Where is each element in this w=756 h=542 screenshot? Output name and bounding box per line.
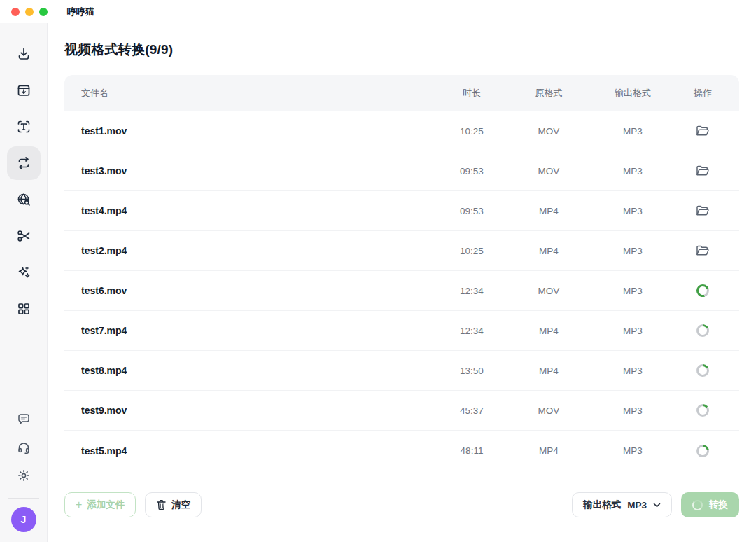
row-action — [675, 242, 731, 259]
progress-ring — [696, 404, 709, 417]
output-format-value: MP3 — [627, 500, 647, 510]
source-format: MOV — [507, 286, 591, 296]
row-action — [675, 445, 731, 457]
download-icon — [16, 46, 31, 62]
progress-ring — [696, 363, 710, 377]
grid-icon — [16, 301, 31, 317]
repeat-icon — [16, 155, 31, 171]
sidebar-item-settings[interactable] — [10, 463, 38, 488]
trash-icon — [156, 499, 167, 510]
output-format: MP3 — [591, 246, 675, 256]
source-format: MP4 — [507, 206, 591, 216]
main-content: 视频格式转换(9/9) 文件名时长原格式输出格式操作 test1.mov10:2… — [48, 23, 756, 542]
sidebar-item-text-recognition[interactable] — [7, 110, 41, 144]
progress-ring — [694, 282, 710, 298]
open-folder-icon — [695, 164, 710, 178]
source-format: MOV — [507, 166, 591, 176]
converting-spinner-icon — [692, 500, 703, 510]
clear-button[interactable]: 清空 — [145, 492, 202, 517]
footer-toolbar: + 添加文件 清空 输出格式 MP — [64, 471, 739, 542]
app-window: 哼哼猫 J 视频格式转换(9/9) 文件名时长原格式输出格式操作 test1.m… — [0, 0, 756, 542]
sidebar-item-support[interactable] — [10, 435, 38, 460]
sidebar-item-web-search[interactable] — [7, 183, 41, 216]
source-format: MOV — [507, 126, 591, 137]
output-format: MP3 — [591, 126, 675, 137]
sidebar-item-apps[interactable] — [7, 292, 41, 326]
file-duration: 12:34 — [437, 286, 507, 296]
conversion-table: 文件名时长原格式输出格式操作 test1.mov10:25MOVMP3test3… — [64, 75, 739, 471]
globe-search-icon — [16, 192, 31, 207]
close-window-button[interactable] — [11, 8, 20, 16]
table-row: test4.mp409:53MP4MP3 — [64, 191, 739, 231]
row-action — [675, 404, 731, 417]
text-scan-icon — [16, 119, 31, 134]
open-folder-button[interactable] — [694, 242, 712, 259]
file-name: test1.mov — [81, 125, 437, 137]
chat-icon — [17, 412, 31, 426]
add-files-label: 添加文件 — [87, 499, 125, 511]
file-name: test8.mp4 — [81, 365, 437, 376]
progress-ring — [696, 443, 710, 458]
row-action — [675, 123, 731, 139]
gear-icon — [17, 468, 31, 482]
file-duration: 45:37 — [437, 405, 507, 416]
avatar[interactable]: J — [11, 507, 36, 532]
row-action — [675, 284, 731, 297]
minimize-window-button[interactable] — [25, 8, 34, 16]
sidebar-bottom-group — [10, 407, 38, 491]
row-action — [675, 202, 731, 219]
sidebar-item-clip[interactable] — [7, 219, 41, 253]
column-header-2: 原格式 — [507, 87, 591, 99]
output-format: MP3 — [591, 326, 675, 336]
open-folder-button[interactable] — [694, 202, 712, 219]
open-folder-button[interactable] — [694, 123, 712, 139]
table-row: test7.mp412:34MP4MP3 — [64, 311, 739, 351]
scissors-icon — [16, 228, 31, 244]
table-row: test8.mp413:50MP4MP3 — [64, 351, 739, 391]
open-folder-icon — [695, 244, 710, 258]
table-row: test5.mp448:11MP4MP3 — [64, 431, 739, 471]
file-name: test7.mp4 — [81, 325, 437, 336]
source-format: MP4 — [507, 445, 591, 456]
output-format: MP3 — [591, 166, 675, 176]
sidebar-item-download[interactable] — [7, 37, 41, 71]
convert-button[interactable]: 转换 — [681, 492, 739, 517]
file-duration: 12:34 — [437, 326, 507, 336]
sidebar-divider — [8, 498, 39, 499]
source-format: MP4 — [507, 326, 591, 336]
column-header-4: 操作 — [675, 87, 731, 99]
sidebar-top-group — [7, 37, 41, 328]
row-action — [675, 324, 731, 337]
table-row: test9.mov45:37MOVMP3 — [64, 391, 739, 431]
plus-icon: + — [76, 499, 82, 510]
file-name: test4.mp4 — [81, 205, 437, 216]
row-action — [675, 364, 731, 377]
convert-label: 转换 — [709, 499, 728, 511]
table-row: test1.mov10:25MOVMP3 — [64, 111, 739, 151]
source-format: MP4 — [507, 246, 591, 256]
output-format: MP3 — [591, 445, 675, 456]
open-folder-icon — [695, 124, 710, 138]
column-header-1: 时长 — [437, 87, 507, 99]
file-duration: 10:25 — [437, 246, 507, 256]
zoom-window-button[interactable] — [39, 8, 48, 16]
sidebar-item-feedback[interactable] — [10, 407, 38, 432]
file-duration: 09:53 — [437, 166, 507, 176]
table-body: test1.mov10:25MOVMP3test3.mov09:53MOVMP3… — [64, 111, 739, 471]
chevron-down-icon — [653, 503, 661, 508]
output-format-label: 输出格式 — [583, 499, 621, 511]
file-name: test5.mp4 — [81, 445, 437, 457]
row-action — [675, 162, 731, 179]
sidebar-item-format-convert[interactable] — [7, 146, 41, 180]
page-title: 视频格式转换(9/9) — [64, 41, 739, 59]
output-format: MP3 — [591, 366, 675, 376]
add-files-button[interactable]: + 添加文件 — [64, 492, 136, 517]
sidebar-item-ai-tools[interactable] — [7, 256, 41, 289]
source-format: MOV — [507, 405, 591, 416]
output-format-dropdown[interactable]: 输出格式 MP3 — [572, 492, 672, 517]
open-folder-button[interactable] — [694, 162, 712, 179]
window-title: 哼哼猫 — [67, 6, 94, 18]
table-header-row: 文件名时长原格式输出格式操作 — [64, 75, 739, 111]
sparkles-icon — [16, 265, 31, 280]
sidebar-item-archive-download[interactable] — [7, 74, 41, 107]
